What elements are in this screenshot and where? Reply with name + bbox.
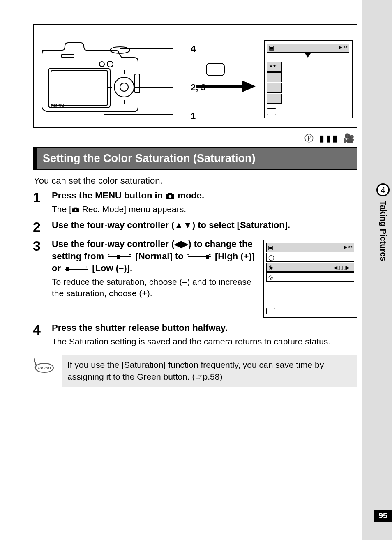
- step-4: 4 Press the shutter release button halfw…: [33, 322, 357, 347]
- svg-rect-0: [48, 68, 110, 108]
- text: The [: [52, 204, 71, 214]
- svg-point-3: [120, 83, 128, 91]
- camera-mode-icon: [71, 207, 80, 213]
- menu-row-selected: ◉ ◀▯▯▯▶: [266, 263, 354, 272]
- step-3: 3 Use the four-way controller (◀▶) to ch…: [33, 238, 357, 318]
- svg-text:memo: memo: [38, 365, 51, 370]
- camera-icon: ▣: [269, 44, 274, 51]
- chapter-title: Taking Pictures: [378, 201, 388, 261]
- step-number: 1: [33, 189, 52, 215]
- callout-label-1: 1: [191, 111, 196, 122]
- camera-mode-icon: [165, 192, 175, 200]
- bottom-indicator: [266, 308, 275, 314]
- svg-marker-15: [242, 81, 256, 92]
- tool-icon: ▶ ✂: [339, 44, 348, 50]
- svg-rect-1: [51, 71, 108, 105]
- svg-rect-13: [206, 63, 224, 76]
- svg-text:−: −: [108, 254, 110, 256]
- text: mode.: [175, 190, 204, 201]
- step-1-desc: The [ Rec. Mode] menu appears.: [52, 203, 357, 215]
- menu-row: ◎: [266, 272, 354, 282]
- text: button in: [122, 190, 165, 201]
- svg-rect-19: [117, 255, 120, 259]
- page-number: 95: [374, 510, 392, 522]
- svg-rect-7: [62, 54, 74, 58]
- svg-text:+: +: [86, 266, 88, 269]
- bottom-indicator: [267, 108, 276, 115]
- callout-label-4: 4: [191, 44, 196, 54]
- camera-icon: ▣: [268, 244, 273, 252]
- chevron-down-icon: [305, 53, 311, 58]
- saturation-indicator: ◀▯▯▯▶: [334, 264, 350, 271]
- page-content: PENTAX 4 2, 3 1 ▣ ▶ ✂: [33, 24, 357, 387]
- text: [Normal] to: [135, 251, 186, 261]
- menu-cell: [267, 72, 282, 82]
- memo-block: memo If you use the [Saturation] functio…: [33, 355, 357, 387]
- menu-cell: [267, 83, 282, 93]
- chapter-side-tab: 4 Taking Pictures: [374, 183, 392, 261]
- svg-text:+: +: [129, 254, 131, 256]
- page-reference: ☞p.58: [195, 372, 220, 381]
- menu-cell-stars: [267, 62, 282, 72]
- svg-point-17: [74, 209, 76, 211]
- intro-text: You can set the color saturation.: [34, 175, 357, 186]
- svg-point-2: [114, 77, 134, 97]
- steps-list: 1 Press the MENU button in mode. The [ R…: [33, 189, 357, 347]
- saturation-normal-icon: −+: [107, 254, 132, 260]
- step-number: 2: [33, 219, 52, 234]
- svg-point-5: [99, 62, 104, 67]
- camera-illustration: PENTAX: [38, 38, 173, 120]
- step-2: 2 Use the four-way controller (▲▼) to se…: [33, 219, 357, 234]
- svg-text:PENTAX: PENTAX: [51, 104, 65, 108]
- step-4-desc: The Saturation setting is saved and the …: [52, 336, 357, 347]
- saturation-high-icon: −+: [187, 254, 212, 260]
- svg-rect-6: [135, 74, 140, 93]
- svg-point-16: [169, 195, 171, 198]
- svg-text:−: −: [65, 266, 67, 269]
- text: ): [219, 372, 222, 381]
- step-2-title: Use the four-way controller (▲▼) to sele…: [52, 219, 357, 231]
- menu-button-label: MENU: [95, 190, 122, 201]
- menu-row: ◯: [266, 253, 354, 262]
- step-number: 3: [33, 238, 52, 318]
- top-diagram-box: PENTAX 4 2, 3 1 ▣ ▶ ✂: [33, 24, 357, 128]
- section-heading: Setting the Color Saturation (Saturation…: [33, 147, 357, 170]
- text: [Low (–)].: [92, 263, 132, 273]
- step-number: 4: [33, 322, 52, 347]
- svg-text:+: +: [209, 254, 211, 256]
- step-4-title: Press the shutter release button halfway…: [52, 322, 357, 334]
- step-3-title: Use the four-way controller (◀▶) to chan…: [52, 238, 256, 275]
- tool-icon: ▶ ✂: [344, 244, 353, 250]
- svg-point-4: [107, 61, 113, 67]
- page-margin-right: [362, 0, 392, 540]
- step-1-title: Press the MENU button in mode.: [52, 189, 357, 202]
- svg-text:−: −: [187, 254, 189, 256]
- step-3-desc: To reduce the saturation, choose (–) and…: [52, 276, 256, 300]
- menu-cell: [267, 94, 282, 104]
- saturation-low-icon: −+: [64, 266, 89, 272]
- lcd-preview-1: ▣ ▶ ✂: [264, 40, 353, 118]
- text: Rec. Mode] menu appears.: [80, 204, 186, 214]
- chapter-number: 4: [376, 183, 390, 196]
- lcd-preview-2: ▣ ▶ ✂ ◯ ◉ ◀▯▯▯▶ ◎: [263, 240, 357, 318]
- step-1: 1 Press the MENU button in mode. The [ R…: [33, 189, 357, 215]
- text: Press the: [52, 190, 95, 201]
- memo-icon: memo: [33, 355, 57, 375]
- memo-text: If you use the [Saturation] function fre…: [62, 355, 357, 387]
- mode-icons-row: Ⓟ ▮▮▮ 🎥: [33, 132, 356, 145]
- arrow-to-screen: [194, 62, 260, 95]
